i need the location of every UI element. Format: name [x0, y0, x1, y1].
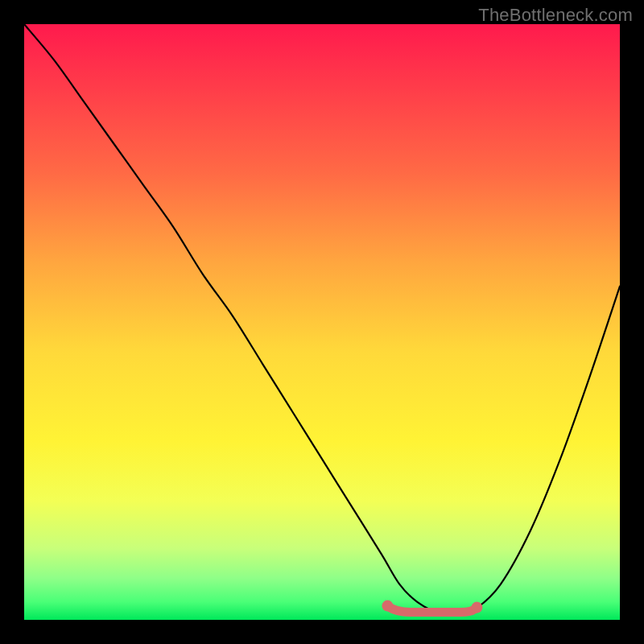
- chart-gradient-plot: [24, 24, 620, 620]
- chart-svg: [24, 24, 620, 620]
- watermark-text: TheBottleneck.com: [478, 5, 633, 26]
- optimal-range-start-dot: [382, 601, 393, 612]
- bottleneck-curve: [24, 24, 620, 615]
- optimal-range-end-dot: [471, 602, 482, 613]
- optimal-range-marker: [387, 606, 477, 613]
